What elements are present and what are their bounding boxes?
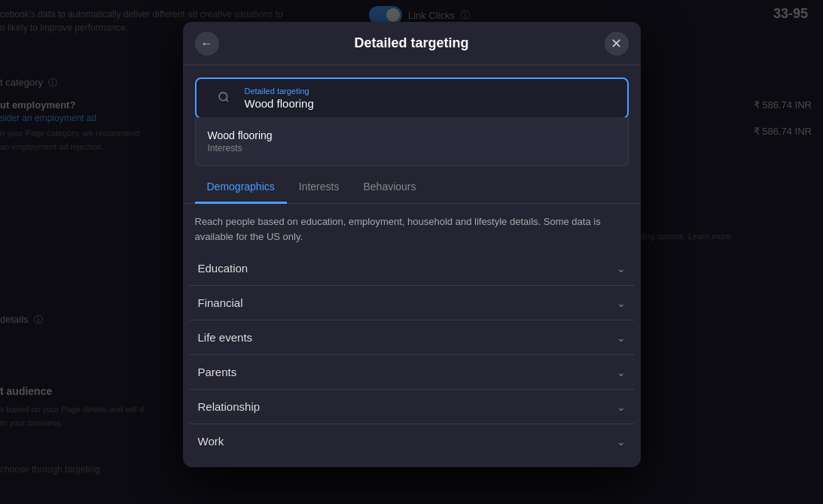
search-label: Detailed targeting	[245, 87, 618, 96]
category-item-relationship[interactable]: Relationship ⌄	[189, 390, 635, 424]
close-button[interactable]: ✕	[605, 32, 629, 56]
category-name-life-events: Life events	[198, 331, 253, 344]
chevron-icon-life-events: ⌄	[617, 332, 626, 344]
modal-header: ← Detailed targeting ✕	[183, 22, 641, 65]
chevron-icon-education: ⌄	[617, 263, 626, 275]
back-button[interactable]: ←	[195, 32, 219, 56]
category-item-parents[interactable]: Parents ⌄	[189, 355, 635, 390]
tabs-container: Demographics Interests Behaviours	[183, 172, 641, 204]
chevron-icon-relationship: ⌄	[617, 401, 626, 413]
chevron-icon-work: ⌄	[617, 436, 626, 448]
modal-dialog: ← Detailed targeting ✕ Detailed targetin…	[183, 22, 641, 467]
dropdown-item-0[interactable]: Wood flooring Interests	[196, 122, 628, 161]
category-item-education[interactable]: Education ⌄	[189, 251, 635, 286]
back-icon: ←	[201, 37, 213, 50]
category-name-work: Work	[198, 435, 224, 448]
category-name-parents: Parents	[198, 366, 237, 378]
search-box[interactable]: Detailed targeting Wood flooring	[195, 77, 629, 119]
chevron-icon-parents: ⌄	[617, 366, 626, 378]
category-item-life-events[interactable]: Life events ⌄	[189, 320, 635, 355]
search-value[interactable]: Wood flooring	[245, 97, 618, 110]
categories-list: Education ⌄ Financial ⌄ Life events ⌄ Pa…	[183, 251, 641, 467]
modal-title: Detailed targeting	[354, 35, 468, 51]
category-name-education: Education	[198, 262, 248, 275]
chevron-icon-financial: ⌄	[617, 297, 626, 309]
dropdown-item-title-0: Wood flooring	[208, 129, 616, 141]
close-icon: ✕	[611, 35, 622, 52]
category-name-financial: Financial	[198, 296, 243, 309]
category-item-work[interactable]: Work ⌄	[189, 424, 635, 458]
modal-overlay: ← Detailed targeting ✕ Detailed targetin…	[0, 0, 823, 504]
tab-behaviours[interactable]: Behaviours	[351, 172, 428, 204]
search-container: Detailed targeting Wood flooring Wood fl…	[183, 65, 641, 119]
tab-demographics[interactable]: Demographics	[195, 172, 287, 204]
tab-interests[interactable]: Interests	[287, 172, 352, 204]
category-item-financial[interactable]: Financial ⌄	[189, 286, 635, 320]
category-name-relationship: Relationship	[198, 400, 261, 413]
description-text: Reach people based on education, employm…	[183, 204, 641, 251]
search-dropdown: Wood flooring Interests	[195, 117, 629, 166]
dropdown-item-sub-0: Interests	[208, 143, 616, 153]
